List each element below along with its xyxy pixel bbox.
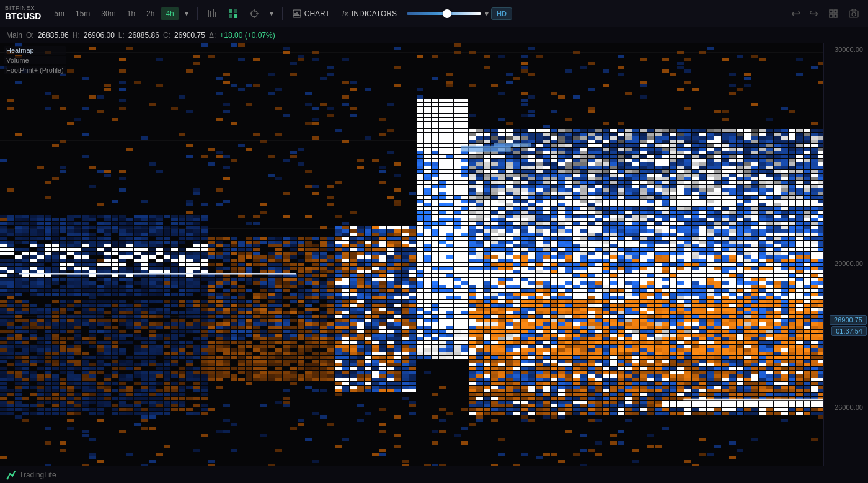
tf-1h-button[interactable]: 1h: [123, 7, 140, 20]
svg-rect-2: [210, 12, 211, 17]
svg-rect-8: [229, 9, 232, 13]
svg-rect-11: [234, 14, 237, 18]
svg-rect-3: [210, 11, 211, 12]
svg-rect-7: [215, 12, 216, 13]
heatmap-canvas: [0, 43, 823, 483]
logo-icon: [6, 470, 16, 480]
bottom-bar: TradingLite: [0, 466, 868, 483]
footprint-label: FootPrint+ (Profile): [4, 66, 66, 74]
crosshair-icon-button[interactable]: [245, 6, 264, 21]
brand: BITFINEX BTCUSD: [5, 6, 41, 21]
toolbar: BITFINEX BTCUSD 5m 15m 30m 1h 2h 4h ▾: [0, 0, 868, 27]
svg-rect-25: [834, 14, 837, 17]
svg-rect-10: [229, 14, 232, 18]
brightness-control: ▾: [407, 9, 489, 18]
indicator-labels: Heatmap Volume FootPrint+ (Profile): [0, 45, 70, 76]
indicators-button[interactable]: fx INDICATORS: [337, 6, 402, 20]
brightness-dropdown[interactable]: ▾: [485, 9, 489, 18]
undo-redo-group: ↩ ↪: [787, 6, 822, 22]
price-info-bar: Main O: 26885.86 H: 26906.00 L: 26885.86…: [0, 27, 868, 43]
price-axis: 30000.00 29000.00 28000.00 26900.75 01:3…: [823, 43, 868, 483]
tf-2h-button[interactable]: 2h: [142, 7, 159, 20]
tf-4h-button[interactable]: 4h: [161, 7, 178, 20]
drawing-tools-dropdown[interactable]: ▾: [266, 7, 277, 20]
tf-15m-button[interactable]: 15m: [71, 7, 94, 20]
fx-icon: fx: [342, 9, 348, 18]
undo-button[interactable]: ↩: [787, 6, 804, 22]
high-value: 26906.00: [84, 31, 115, 40]
divider-1: [197, 7, 198, 20]
close-label: C:: [163, 31, 170, 40]
delta-label: Δ:: [209, 31, 216, 40]
svg-rect-6: [215, 13, 216, 17]
open-label: O:: [26, 31, 34, 40]
tf-5m-button[interactable]: 5m: [50, 7, 69, 20]
svg-rect-5: [213, 9, 214, 11]
tf-30m-button[interactable]: 30m: [97, 7, 120, 20]
tradinglite-logo: TradingLite: [6, 470, 56, 480]
fullscreen-button[interactable]: [825, 7, 842, 20]
heatmap-label: Heatmap: [4, 46, 66, 55]
price-tick-29000: 29000.00: [826, 260, 866, 267]
logo-text: TradingLite: [19, 471, 56, 479]
price-tick-26000: 26000.00: [835, 404, 866, 411]
tf-dropdown-button[interactable]: ▾: [181, 7, 192, 20]
volume-label: Volume: [4, 56, 66, 64]
hd-button[interactable]: HD: [491, 7, 512, 20]
divider-2: [282, 7, 283, 20]
svg-point-27: [852, 12, 856, 16]
low-label: L:: [118, 31, 125, 40]
indicators-label: INDICATORS: [352, 9, 397, 18]
svg-point-29: [7, 477, 9, 479]
redo-button[interactable]: ↪: [805, 6, 822, 22]
screenshot-button[interactable]: [844, 6, 863, 21]
price-tick-27000: 27000.00: [835, 316, 866, 324]
delta-value: +18.00 (+0.07%): [219, 31, 275, 40]
price-tick-30000: 30000.00: [826, 46, 866, 53]
svg-rect-0: [208, 11, 209, 17]
bar-chart-icon-button[interactable]: [203, 6, 221, 21]
svg-rect-9: [234, 9, 237, 13]
close-value: 26900.75: [174, 31, 205, 40]
svg-rect-24: [830, 14, 833, 17]
low-value: 26885.86: [128, 31, 159, 40]
pair-label: BTCUSD: [5, 12, 41, 21]
chart-label: CHART: [304, 9, 330, 18]
svg-rect-1: [208, 10, 209, 11]
chart-canvas-area[interactable]: Heatmap Volume FootPrint+ (Profile): [0, 43, 823, 483]
brightness-slider[interactable]: [407, 12, 481, 15]
current-time-badge: 01:37:54: [831, 326, 867, 336]
heatmap-chart-icon-button[interactable]: [224, 6, 242, 21]
open-value: 26885.86: [38, 31, 69, 40]
svg-rect-4: [213, 11, 214, 17]
chart-wrapper: Heatmap Volume FootPrint+ (Profile) 3000…: [0, 43, 868, 483]
svg-rect-22: [830, 10, 833, 13]
svg-rect-23: [834, 10, 837, 13]
high-label: H:: [73, 31, 80, 40]
main-label: Main: [6, 31, 22, 40]
chart-button[interactable]: CHART: [288, 7, 335, 20]
